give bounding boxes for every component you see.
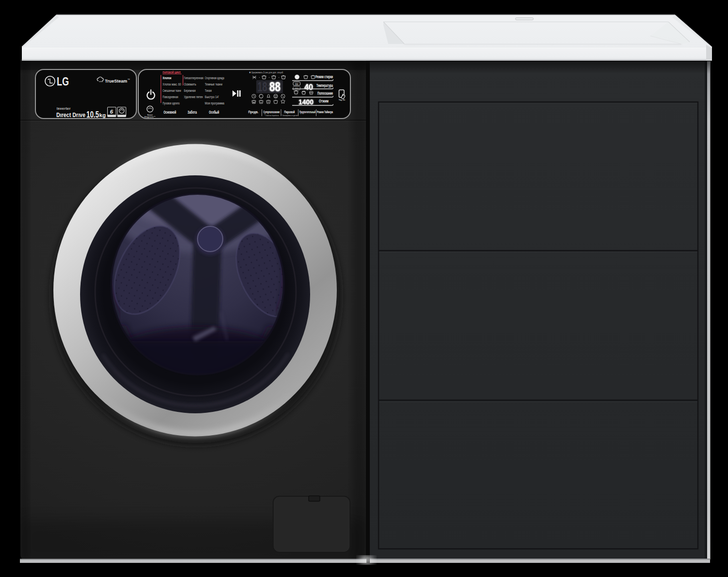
svg-text:Хлопок: Хлопок [163, 76, 171, 80]
svg-text:1400: 1400 [298, 98, 314, 106]
svg-text:✱ Удерживать 3 сек для доп. о: ✱ Удерживать 3 сек для доп. опций [249, 71, 283, 74]
svg-text:Забота: Забота [188, 110, 197, 115]
svg-text:10.5: 10.5 [86, 110, 99, 119]
svg-text:Режим стирки: Режим стирки [315, 74, 333, 79]
svg-text:Tag On: Tag On [339, 99, 346, 101]
svg-text:kg: kg [99, 112, 106, 118]
svg-text:Бережная: Бережная [184, 89, 196, 93]
svg-text:Суперполоскание: Суперполоскание [264, 110, 280, 114]
svg-text:Моя программа: Моя программа [205, 102, 224, 105]
svg-text:88: 88 [269, 79, 281, 94]
svg-text:Особый: Особый [209, 110, 219, 115]
svg-text:18: 18 [258, 80, 267, 94]
svg-text:Смешанные ткани: Смешанные ткани [163, 89, 181, 92]
svg-text:Температура: Температура [316, 83, 333, 88]
svg-text:Спортивная одежда: Спортивная одежда [205, 76, 224, 80]
svg-text:Inverter: Inverter [57, 106, 71, 111]
svg-text:Отжим: Отжим [319, 99, 329, 103]
svg-text:Удаление пятен: Удаление пятен [184, 95, 203, 99]
svg-text:* Очистка барабана: * Очистка барабана [265, 114, 279, 117]
svg-text:Полоскание: Полоскание [317, 91, 333, 96]
svg-text:Dırect Drıve: Dırect Drıve [56, 112, 85, 119]
svg-text:Быстро 14': Быстро 14' [205, 95, 219, 99]
svg-text:Паровой: Паровой [284, 110, 295, 114]
svg-text:TrueSteam: TrueSteam [105, 78, 127, 84]
svg-text:40: 40 [304, 83, 313, 92]
svg-text:6: 6 [110, 109, 114, 115]
svg-text:Темные ткани: Темные ткани [205, 83, 222, 86]
svg-text:Гипоаллергенная: Гипоаллергенная [184, 76, 203, 80]
svg-text:Режим Таймера: Режим Таймера [317, 110, 333, 114]
svg-text:Пуховое одеяло: Пуховое одеяло [163, 102, 180, 105]
svg-text:LG: LG [57, 75, 69, 88]
svg-text:Тихая: Тихая [205, 89, 212, 92]
svg-text:6M: 6M [295, 83, 298, 85]
svg-text:Хлопок макс. 60: Хлопок макс. 60 [163, 83, 181, 86]
svg-text:Основной: Основной [164, 110, 176, 115]
svg-text:Освежить: Освежить [184, 83, 196, 86]
svg-text:* Блокировка от детей: * Блокировка от детей [281, 114, 298, 117]
svg-text:ПАРОВОЙ ЦИКЛ: ПАРОВОЙ ЦИКЛ [163, 70, 181, 74]
svg-text:Diagnosis™: Diagnosis™ [144, 116, 155, 118]
svg-text:™: ™ [128, 78, 131, 81]
svg-text:Повседневная: Повседневная [163, 95, 178, 99]
svg-text:Предпочтительный: Предпочтительный [299, 110, 315, 114]
svg-text:Предв.: Предв. [248, 110, 259, 114]
